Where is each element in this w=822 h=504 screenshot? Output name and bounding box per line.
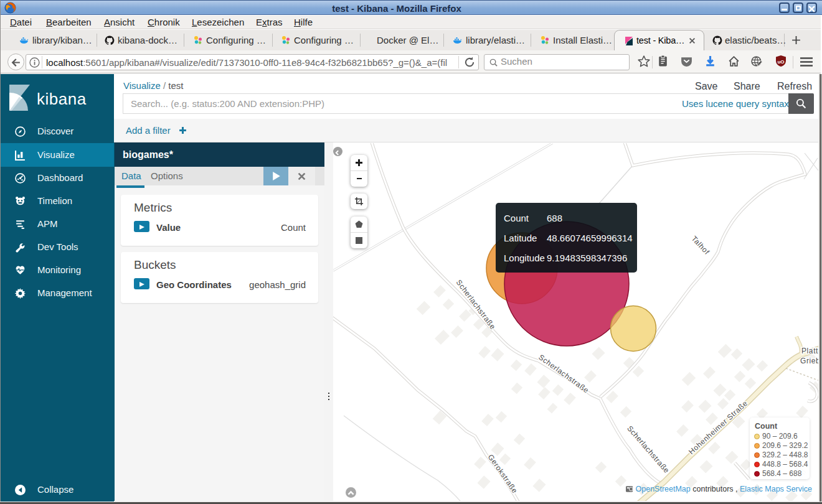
svg-text:Scherlachstraße: Scherlachstraße xyxy=(625,424,671,475)
svg-text:Talhof: Talhof xyxy=(690,234,712,256)
svg-text:Platt: Platt xyxy=(801,347,818,355)
svg-text:Grieb: Grieb xyxy=(800,357,819,365)
svg-text:uO: uO xyxy=(777,59,784,65)
